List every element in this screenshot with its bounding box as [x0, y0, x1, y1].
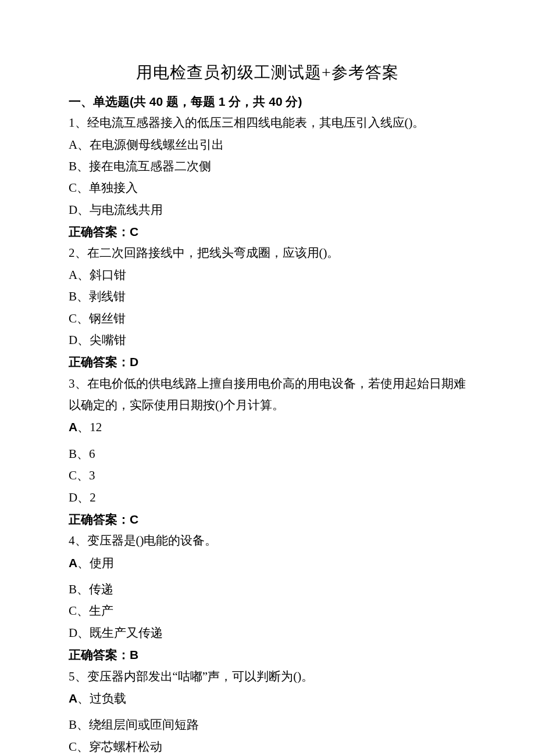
q3-option-a: A、12	[69, 416, 466, 438]
q2-stem: 2、在二次回路接线中，把线头弯成圈，应该用()。	[69, 242, 466, 264]
q5-stem: 5、变压器内部发出“咕嘟”声，可以判断为()。	[69, 666, 466, 687]
q3-a-label: A	[69, 420, 77, 433]
q2-option-d: D、尖嘴钳	[69, 329, 466, 351]
document-title: 用电检查员初级工测试题+参考答案	[69, 58, 466, 87]
q4-option-c: C、生产	[69, 600, 466, 622]
q1-stem: 1、经电流互感器接入的低压三相四线电能表，其电压引入线应()。	[69, 112, 466, 134]
q5-option-c: C、穿芯螺杆松动	[69, 736, 466, 756]
q1-answer: 正确答案：C	[69, 221, 466, 242]
q5-option-a: A、过负载	[69, 687, 466, 710]
q3-option-b: B、6	[69, 443, 466, 465]
q3-answer: 正确答案：C	[69, 508, 466, 530]
q4-option-a: A、使用	[69, 552, 466, 574]
document-page: 用电检查员初级工测试题+参考答案 一、单选题(共 40 题，每题 1 分，共 4…	[0, 0, 535, 756]
q1-option-d: D、与电流线共用	[69, 199, 466, 221]
q2-option-b: B、剥线钳	[69, 286, 466, 307]
q2-answer: 正确答案：D	[69, 351, 466, 372]
q2-option-c: C、钢丝钳	[69, 308, 466, 329]
q1-option-b: B、接在电流互感器二次侧	[69, 156, 466, 177]
q1-option-c: C、单独接入	[69, 177, 466, 199]
q1-option-a: A、在电源侧母线螺丝出引出	[69, 134, 466, 156]
q3-option-c: C、3	[69, 465, 466, 486]
q4-option-d: D、既生产又传递	[69, 622, 466, 644]
q5-a-rest: 、过负载	[77, 691, 126, 705]
section-header: 一、单选题(共 40 题，每题 1 分，共 40 分)	[69, 91, 466, 112]
q4-stem: 4、变压器是()电能的设备。	[69, 530, 466, 551]
q3-a-rest: 、12	[77, 420, 102, 434]
q2-option-a: A、斜口钳	[69, 264, 466, 286]
q3-stem: 3、在电价低的供电线路上擅自接用电价高的用电设备，若使用起始日期难以确定的，实际…	[69, 373, 466, 417]
q4-option-b: B、传递	[69, 579, 466, 600]
q4-a-label: A	[69, 556, 77, 569]
q5-option-b: B、绕组层间或匝间短路	[69, 714, 466, 736]
q5-a-label: A	[69, 691, 77, 705]
q4-a-rest: 、使用	[77, 556, 114, 570]
q3-option-d: D、2	[69, 487, 466, 508]
q4-answer: 正确答案：B	[69, 644, 466, 665]
